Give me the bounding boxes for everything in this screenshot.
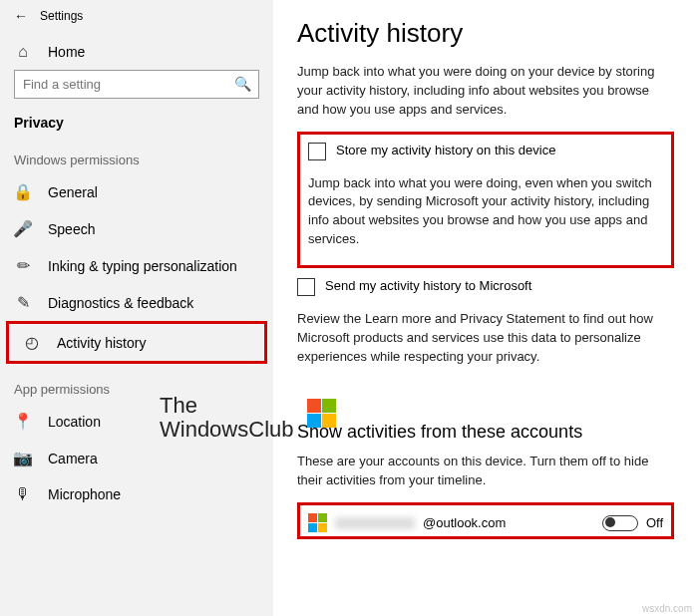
back-icon[interactable]: ← bbox=[14, 8, 28, 24]
sidebar-item-label: Diagnostics & feedback bbox=[48, 295, 193, 311]
account-toggle[interactable] bbox=[602, 515, 638, 531]
page-title: Activity history bbox=[297, 18, 674, 49]
account-email-redacted bbox=[335, 517, 415, 529]
history-icon: ◴ bbox=[23, 333, 41, 352]
sidebar-item-label: Location bbox=[48, 414, 101, 430]
sidebar-item-label: Speech bbox=[48, 221, 95, 237]
sidebar-item-label: Activity history bbox=[57, 335, 146, 351]
accounts-section-title: Show activities from these accounts bbox=[297, 422, 674, 443]
sidebar-item-microphone[interactable]: 🎙 Microphone bbox=[0, 476, 273, 512]
pen-icon: ✏ bbox=[14, 256, 32, 275]
checkbox-store[interactable] bbox=[308, 143, 326, 160]
footer-domain: wsxdn.com bbox=[642, 603, 692, 614]
microsoft-logo-icon bbox=[308, 513, 327, 532]
watermark-logo bbox=[307, 399, 336, 428]
sidebar-item-label: Microphone bbox=[48, 486, 121, 502]
search-icon[interactable]: 🔍 bbox=[234, 76, 251, 92]
accounts-desc: These are your accounts on this device. … bbox=[297, 453, 674, 490]
location-icon: 📍 bbox=[14, 412, 32, 431]
highlighted-section-store: Store my activity history on this device… bbox=[297, 132, 674, 268]
sidebar-item-label: Camera bbox=[48, 451, 98, 466]
checkbox-send-label: Send my activity history to Microsoft bbox=[325, 278, 531, 293]
main-panel: Activity history Jump back into what you… bbox=[273, 0, 698, 616]
sync-text: Jump back into what you were doing, even… bbox=[308, 174, 663, 249]
intro-text: Jump back into what you were doing on yo… bbox=[297, 63, 674, 120]
nav-home[interactable]: ⌂ Home bbox=[0, 34, 273, 70]
sidebar: ← Settings ⌂ Home 🔍 Privacy Windows perm… bbox=[0, 0, 273, 616]
checkbox-send[interactable] bbox=[297, 278, 315, 296]
lock-icon: 🔒 bbox=[14, 182, 32, 201]
sidebar-item-general[interactable]: 🔒 General bbox=[0, 173, 273, 210]
feedback-icon: ✎ bbox=[14, 293, 32, 312]
sidebar-item-speech[interactable]: 🎤 Speech bbox=[0, 210, 273, 247]
highlighted-section-account: @outlook.com Off bbox=[297, 502, 674, 539]
category-label: Privacy bbox=[0, 109, 273, 145]
toggle-state-label: Off bbox=[646, 515, 663, 530]
review-text: Review the Learn more and Privacy Statem… bbox=[297, 310, 674, 367]
group-windows-permissions: Windows permissions bbox=[0, 145, 273, 173]
account-email-suffix: @outlook.com bbox=[423, 515, 506, 530]
speech-icon: 🎤 bbox=[14, 219, 32, 238]
sidebar-item-camera[interactable]: 📷 Camera bbox=[0, 440, 273, 476]
camera-icon: 📷 bbox=[14, 449, 32, 467]
sidebar-item-label: Inking & typing personalization bbox=[48, 258, 237, 274]
checkbox-store-label: Store my activity history on this device bbox=[336, 143, 555, 157]
sidebar-item-label: General bbox=[48, 184, 98, 200]
home-icon: ⌂ bbox=[14, 43, 32, 61]
sidebar-item-activity-history[interactable]: ◴ Activity history bbox=[9, 324, 264, 361]
nav-home-label: Home bbox=[48, 44, 85, 60]
sidebar-item-inking[interactable]: ✏ Inking & typing personalization bbox=[0, 247, 273, 284]
sidebar-item-diagnostics[interactable]: ✎ Diagnostics & feedback bbox=[0, 284, 273, 321]
search-input[interactable] bbox=[14, 70, 259, 99]
app-title: Settings bbox=[40, 9, 83, 23]
watermark-text: TheWindowsClub bbox=[160, 394, 294, 442]
microphone-icon: 🎙 bbox=[14, 485, 32, 503]
